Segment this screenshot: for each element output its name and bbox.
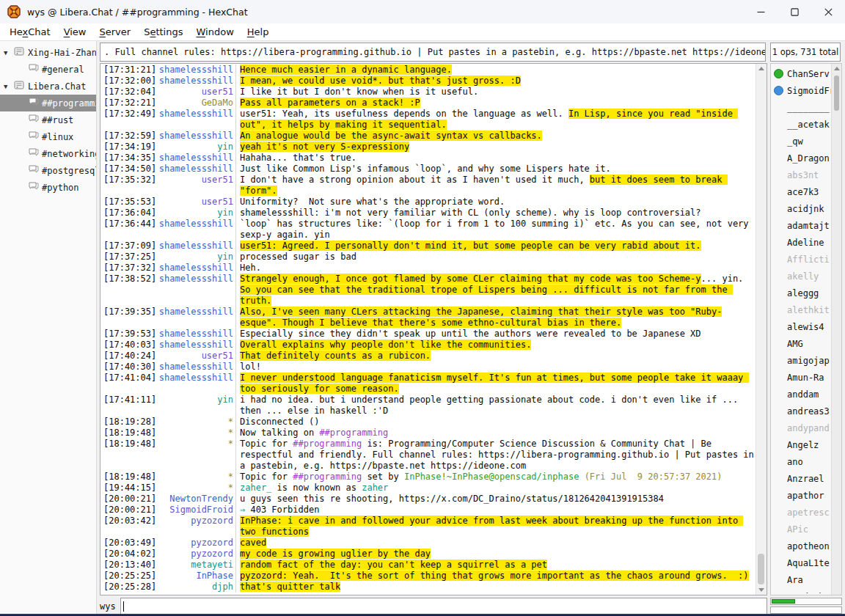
maximize-button[interactable] bbox=[778, 0, 811, 23]
expander-icon[interactable]: ▼ bbox=[4, 49, 14, 56]
lag-meter-fill bbox=[772, 599, 795, 604]
timestamp: [20:03:42] bbox=[103, 516, 158, 538]
nick: djph bbox=[158, 582, 235, 593]
user-list-item[interactable]: apetresc bbox=[771, 504, 831, 521]
user-nick-label: ano bbox=[787, 457, 831, 467]
user-list-item[interactable]: Anzrael bbox=[771, 470, 831, 487]
message-text: That definitely counts as a rubicon. bbox=[235, 351, 756, 362]
sidebar-item-#postgresql[interactable]: #postgresql bbox=[0, 162, 96, 179]
user-list-item[interactable]: SigmoidFroid bbox=[771, 82, 831, 99]
text-segment: lol! bbox=[240, 362, 261, 372]
menu-item-view[interactable]: View bbox=[57, 25, 93, 39]
userlist-scroll-up-icon[interactable] bbox=[834, 67, 840, 70]
user-list-item[interactable]: ChanServ bbox=[771, 65, 831, 82]
sidebar-item-#general[interactable]: #general bbox=[0, 61, 96, 78]
throttle-meter bbox=[770, 606, 842, 614]
highlighted-text: Hence much easier in a dynamic language. bbox=[240, 65, 452, 75]
user-list-item[interactable]: Amun-Ra bbox=[771, 369, 831, 386]
user-list-item[interactable]: __acetak bbox=[771, 116, 831, 133]
userlist-scrollbar[interactable] bbox=[831, 64, 841, 595]
user-list-item[interactable]: aradesh bbox=[771, 588, 831, 593]
scroll-down-icon[interactable] bbox=[758, 588, 764, 592]
chat-message-row: [20:25:25]InPhasepyzozord: Yeah. It's th… bbox=[100, 571, 756, 582]
user-list-item[interactable]: Angelz bbox=[771, 436, 831, 453]
network-icon bbox=[14, 47, 26, 56]
user-list-item[interactable]: ________ bbox=[771, 99, 831, 116]
text-segment bbox=[579, 472, 584, 482]
status-meters bbox=[770, 598, 842, 615]
user-list-item[interactable]: Ara bbox=[771, 571, 831, 588]
sidebar-item-label: #python bbox=[42, 183, 79, 193]
sidebar-item-xing-hai-zhan[interactable]: ▼Xing-Hai-Zhan bbox=[0, 44, 96, 61]
user-list-item[interactable]: amigojap bbox=[771, 352, 831, 369]
user-list-item[interactable]: Adeline bbox=[771, 234, 831, 251]
network-icon bbox=[14, 81, 26, 90]
menu-item-help[interactable]: Help bbox=[241, 25, 276, 39]
user-list-item[interactable]: A_Dragon bbox=[771, 150, 831, 166]
chat-area[interactable]: [17:31:21]shamelessshillHence much easie… bbox=[100, 63, 767, 595]
sidebar-item-#python[interactable]: #python bbox=[0, 179, 96, 196]
user-list-item[interactable]: adamtajt bbox=[771, 217, 831, 234]
user-list: ChanServSigmoidFroid__________acetak_qwA… bbox=[770, 63, 842, 595]
user-list-item[interactable]: _qw bbox=[771, 133, 831, 150]
user-list-item[interactable]: acidjnk bbox=[771, 200, 831, 217]
user-list-item[interactable]: ace7k3 bbox=[771, 183, 831, 200]
scroll-up-icon[interactable] bbox=[758, 67, 764, 70]
message-text: I like it but I don't know when is it us… bbox=[235, 87, 756, 98]
highlighted-text: yeah it's not very S-expressiony bbox=[240, 142, 409, 152]
sidebar-item-##rust[interactable]: ##rust bbox=[0, 111, 96, 128]
user-list-item[interactable]: AquaL1te bbox=[771, 554, 831, 571]
nick: GeDaMo bbox=[158, 98, 235, 109]
menu-item-hexchat[interactable]: HexChat bbox=[3, 25, 57, 39]
user-list-item[interactable]: ano bbox=[771, 453, 831, 470]
close-button[interactable] bbox=[811, 0, 845, 23]
menu-item-server[interactable]: Server bbox=[93, 25, 138, 39]
menu-item-window[interactable]: Window bbox=[190, 25, 241, 39]
message-text: An analogue would be the async-await syn… bbox=[235, 131, 756, 142]
user-list-item[interactable]: apathor bbox=[771, 487, 831, 504]
user-list-item[interactable]: APic bbox=[771, 521, 831, 538]
user-list-item[interactable]: Afflicti bbox=[771, 251, 831, 268]
user-list-item[interactable]: abs3nt bbox=[771, 166, 831, 183]
nick: pyzozord bbox=[158, 538, 235, 549]
chat-message-row: [19:44:15]*zaher_ is now known as zaher bbox=[100, 483, 756, 494]
user-list-item[interactable]: apotheon bbox=[771, 538, 831, 554]
chat-message-row: [17:32:49]shamelessshilluser51: Yeah, it… bbox=[100, 109, 756, 131]
user-nick-label: Amun-Ra bbox=[787, 373, 831, 383]
sidebar-item-##programming[interactable]: ##programming bbox=[0, 95, 96, 111]
user-list-item[interactable]: andypand bbox=[771, 419, 831, 436]
channel-tree: ▼Xing-Hai-Zhan#general▼Libera.Chat##prog… bbox=[0, 41, 97, 616]
sidebar-item-#linux[interactable]: #linux bbox=[0, 128, 96, 145]
user-list-item[interactable]: akelly bbox=[771, 268, 831, 285]
expander-icon[interactable]: ▼ bbox=[4, 83, 14, 90]
userlist-scrollbar-thumb[interactable] bbox=[834, 76, 839, 111]
chat-message-row: [17:39:35]shamelessshillAlso, I've seen … bbox=[100, 307, 756, 329]
user-nick-label: acidjnk bbox=[787, 204, 831, 214]
user-nick-label: Adeline bbox=[787, 238, 831, 248]
menu-item-settings[interactable]: Settings bbox=[137, 25, 189, 39]
user-list-item[interactable]: anddam bbox=[771, 386, 831, 403]
user-list-item[interactable]: AMG bbox=[771, 335, 831, 352]
message-input[interactable] bbox=[120, 598, 767, 615]
nick: yin bbox=[158, 208, 235, 219]
user-list-item[interactable]: alethkit bbox=[771, 301, 831, 318]
minimize-button[interactable] bbox=[744, 0, 778, 23]
text-segment: I like it but I don't know when is it us… bbox=[240, 87, 478, 97]
user-list-item[interactable]: andreas3 bbox=[771, 403, 831, 419]
topic-input[interactable]: . Full channel rules: https://libera-pro… bbox=[100, 43, 766, 62]
nick: * bbox=[158, 428, 235, 439]
sidebar-item-label: #networking bbox=[42, 149, 96, 159]
user-list-item[interactable]: alewis4 bbox=[771, 318, 831, 335]
chat-message-row: [18:19:48]*Topic for ##programming is: P… bbox=[100, 439, 756, 472]
user-nick-label: ace7k3 bbox=[787, 187, 831, 197]
chat-message-row: [17:37:32]shamelessshillHeh. bbox=[100, 263, 756, 274]
message-text: caved bbox=[235, 538, 756, 549]
chat-message-row: [17:36:04]yinshamelessshill: i'm not ver… bbox=[100, 208, 756, 219]
user-list-item[interactable]: aleggg bbox=[771, 285, 831, 301]
chat-scrollbar-thumb[interactable] bbox=[758, 554, 764, 584]
sidebar-item-#networking[interactable]: #networking bbox=[0, 145, 96, 162]
sidebar-item-label: ##programming bbox=[42, 98, 96, 109]
timestamp: [17:38:52] bbox=[103, 274, 158, 307]
chat-scrollbar[interactable] bbox=[756, 64, 767, 595]
sidebar-item-liberachat[interactable]: ▼Libera.Chat bbox=[0, 78, 96, 95]
